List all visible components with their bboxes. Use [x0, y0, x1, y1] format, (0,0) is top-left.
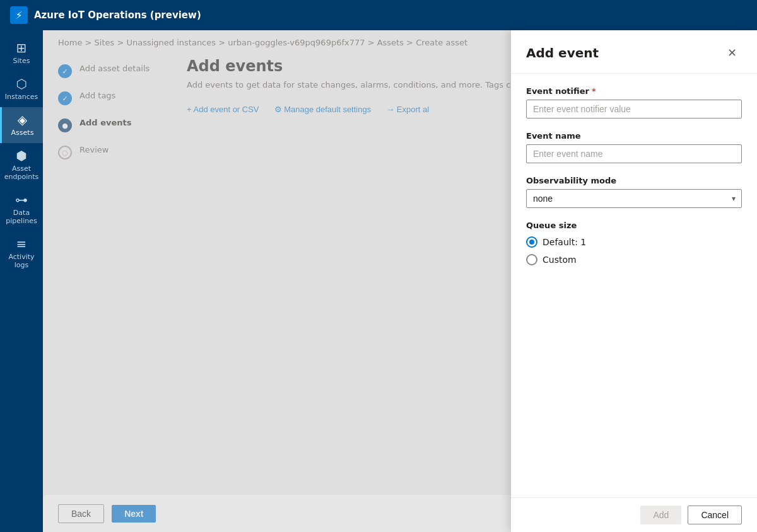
- radio-circle-default: [526, 236, 537, 248]
- app-icon: ⚡: [10, 6, 28, 24]
- observability-mode-select-wrapper: none gauge counter histogram log ▾: [526, 189, 742, 208]
- cancel-button[interactable]: Cancel: [688, 506, 742, 524]
- main-content: Home > Sites > Unassigned instances > ur…: [43, 30, 757, 532]
- radio-circle-custom: [526, 254, 537, 265]
- event-notifier-group: Event notifier *: [526, 86, 742, 119]
- sidebar-item-label: Asset endpoints: [3, 165, 40, 181]
- activity-logs-icon: ≡: [16, 238, 27, 250]
- sidebar-item-label: Data pipelines: [3, 209, 40, 225]
- sites-icon: ⊞: [16, 42, 27, 54]
- panel-close-button[interactable]: ✕: [722, 43, 742, 63]
- sidebar-item-data-pipelines[interactable]: ⊶ Data pipelines: [0, 187, 43, 231]
- required-indicator: *: [592, 86, 596, 96]
- sidebar-item-label: Sites: [13, 57, 30, 65]
- add-button: Add: [640, 506, 681, 524]
- event-notifier-input[interactable]: [526, 100, 742, 119]
- assets-icon: ◈: [18, 113, 27, 126]
- observability-mode-label: Observability mode: [526, 176, 742, 185]
- event-name-group: Event name: [526, 131, 742, 163]
- sidebar-item-label: Activity logs: [3, 253, 40, 269]
- panel-title: Add event: [526, 45, 599, 61]
- sidebar-item-label: Instances: [5, 93, 38, 101]
- event-name-input[interactable]: [526, 144, 742, 163]
- queue-size-default-option[interactable]: Default: 1: [526, 236, 742, 248]
- queue-size-custom-option[interactable]: Custom: [526, 254, 742, 265]
- sidebar-item-sites[interactable]: ⊞ Sites: [0, 35, 43, 71]
- queue-size-label: Queue size: [526, 221, 742, 230]
- sidebar-item-label: Assets: [11, 129, 34, 137]
- observability-mode-group: Observability mode none gauge counter hi…: [526, 176, 742, 208]
- app-title: Azure IoT Operations (preview): [34, 9, 201, 21]
- sidebar: ⊞ Sites ⬡ Instances ◈ Assets ⬢ Asset end…: [0, 30, 43, 532]
- panel-header: Add event ✕: [511, 30, 757, 74]
- event-name-label: Event name: [526, 131, 742, 141]
- queue-size-group: Queue size Default: 1 Custom: [526, 221, 742, 265]
- sidebar-item-instances[interactable]: ⬡ Instances: [0, 71, 43, 107]
- instances-icon: ⬡: [16, 78, 26, 90]
- top-bar: ⚡ Azure IoT Operations (preview): [0, 0, 757, 30]
- queue-size-radio-group: Default: 1 Custom: [526, 236, 742, 265]
- queue-size-default-label: Default: 1: [543, 237, 586, 247]
- sidebar-item-assets[interactable]: ◈ Assets: [0, 107, 43, 143]
- data-pipelines-icon: ⊶: [15, 194, 28, 206]
- sidebar-item-asset-endpoints[interactable]: ⬢ Asset endpoints: [0, 143, 43, 187]
- radio-inner-default: [529, 240, 534, 245]
- asset-endpoints-icon: ⬢: [16, 149, 26, 162]
- app-layout: ⊞ Sites ⬡ Instances ◈ Assets ⬢ Asset end…: [0, 30, 757, 532]
- panel-footer: Add Cancel: [511, 497, 757, 532]
- sidebar-item-activity-logs[interactable]: ≡ Activity logs: [0, 231, 43, 275]
- panel-body: Event notifier * Event name Observabilit…: [511, 74, 757, 497]
- observability-mode-select[interactable]: none gauge counter histogram log: [526, 189, 742, 208]
- event-notifier-label: Event notifier *: [526, 86, 742, 96]
- add-event-panel: Add event ✕ Event notifier * Event name: [511, 30, 757, 532]
- queue-size-custom-label: Custom: [543, 255, 577, 265]
